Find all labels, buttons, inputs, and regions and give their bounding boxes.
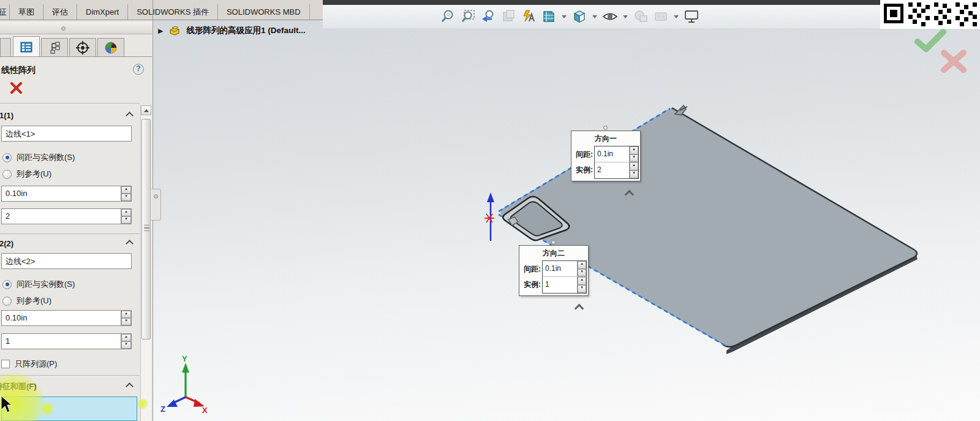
direction2-edge-field[interactable]: 边线<2>: [1, 253, 132, 269]
view-settings-icon[interactable]: [684, 9, 699, 25]
callout2-spacing-value[interactable]: 0.1in: [543, 261, 577, 276]
radio-off-icon[interactable]: [2, 170, 12, 179]
pm-cancel-icon[interactable]: [10, 82, 23, 96]
view-orientation-dropdown-icon[interactable]: [592, 15, 597, 18]
propertymanager-title: 线性阵列: [1, 65, 36, 76]
direction1-spacing-spinner[interactable]: ▲▼: [121, 186, 131, 201]
callout1-spacing-spinner[interactable]: ▲▼: [629, 146, 638, 162]
drawing-section-icon[interactable]: [541, 9, 557, 25]
callout2-spacing-label: 间距:: [524, 264, 541, 275]
scene-dropdown-icon[interactable]: [674, 15, 679, 18]
feature-tree-root[interactable]: ▶ 线形阵列的高级应用1 (Default...: [158, 25, 306, 37]
callout1-instances-label: 实例:: [576, 165, 593, 175]
section-direction2-header[interactable]: 方向2(2): [0, 238, 140, 249]
callout-direction2[interactable]: 方向二 间距: 实例: 0.1in ▲▼ 1 ▲▼: [519, 245, 589, 296]
radio-on-icon[interactable]: [2, 153, 12, 162]
tab-solidworks-addins[interactable]: SOLIDWORKS 插件: [128, 4, 218, 20]
propertymanager-icon: [20, 41, 33, 53]
direction1-instances-spinner[interactable]: ▲▼: [121, 209, 131, 224]
tab-evaluate[interactable]: 评估: [43, 4, 77, 20]
graphics-viewport[interactable]: [153, 20, 980, 421]
zoom-to-fit-icon[interactable]: [440, 9, 456, 25]
qr-watermark: [880, 0, 980, 29]
direction1-spacing-radio[interactable]: 间距与实例数(S): [2, 152, 75, 163]
scrollbar-up-icon[interactable]: [141, 105, 151, 115]
panel-top-strip: [0, 22, 152, 34]
checkbox-icon[interactable]: [1, 360, 10, 368]
callout1-instances-spinner[interactable]: ▲▼: [629, 162, 638, 178]
callout1-title: 方向一: [571, 131, 640, 146]
direction2-spacing-input[interactable]: 0.10in ▲▼: [1, 310, 132, 326]
callout2-spacing-spinner[interactable]: ▲▼: [577, 261, 586, 276]
callout1-spacing-value[interactable]: 0.1in: [595, 146, 629, 162]
display-style-dropdown-icon[interactable]: [623, 15, 628, 18]
mouse-cursor-icon: [0, 395, 12, 414]
callout2-title: 方向二: [519, 246, 588, 260]
direction2-instances-input[interactable]: 1 ▲▼: [1, 333, 132, 349]
property-manager-panel: 线性阵列 ? 方向1(1) 边线<1> 间距与实例数(S) 到参考(U) 0.1…: [0, 21, 153, 421]
previous-view-icon[interactable]: [480, 9, 496, 25]
panel-tabs: [0, 36, 152, 57]
zoom-to-area-icon[interactable]: [460, 9, 476, 25]
direction2-spacing-radio[interactable]: 间距与实例数(S): [2, 279, 75, 290]
direction2-reference-radio[interactable]: 到参考(U): [2, 295, 51, 306]
tab-features[interactable]: 特征: [0, 4, 10, 20]
tab-featuremanager-partial[interactable]: [0, 38, 11, 57]
part-icon: [168, 25, 181, 37]
confirm-cancel-icon[interactable]: [938, 48, 970, 77]
section-view-disabled-icon: [500, 9, 516, 25]
pattern-seed-only-checkbox[interactable]: 只阵列源(P): [1, 358, 57, 370]
callout1-spacing-label: 间距:: [576, 150, 593, 160]
panel-handle-icon[interactable]: [61, 26, 66, 31]
tab-propertymanager[interactable]: [13, 36, 40, 57]
callout-knob-icon[interactable]: [551, 240, 556, 245]
panel-scrollbar[interactable]: [140, 105, 151, 421]
tab-solidworks-mbd[interactable]: SOLIDWORKS MBD: [218, 4, 310, 20]
commandmanager-tabbar: 特征 草图 评估 DimXpert SOLIDWORKS 插件 SOLIDWOR…: [0, 0, 323, 20]
appearances-disabled-icon: [633, 9, 649, 25]
radio-off-icon[interactable]: [2, 297, 12, 306]
direction1-reference-radio[interactable]: 到参考(U): [2, 169, 51, 180]
direction1-instances-input[interactable]: 2 ▲▼: [1, 208, 132, 224]
apply-scene-icon[interactable]: [521, 9, 537, 25]
direction2-spacing-spinner[interactable]: ▲▼: [121, 311, 131, 325]
callout-direction1[interactable]: 方向一 间距: 实例: 0.1in ▲▼ 2 ▲▼: [571, 131, 641, 181]
callout-knob-icon[interactable]: [603, 126, 608, 130]
direction2-instances-spinner[interactable]: ▲▼: [121, 334, 131, 349]
section-direction1-header[interactable]: 方向1(1): [0, 110, 140, 121]
panel-splitter-handle[interactable]: [151, 189, 161, 221]
tab-dimxpertmanager[interactable]: [69, 38, 96, 57]
callout2-instances-label: 实例:: [524, 279, 541, 290]
drawing-section-dropdown-icon[interactable]: [562, 15, 567, 18]
pointer-highlight-dot: [40, 402, 54, 415]
pointer-highlight-dot: [137, 398, 148, 409]
callout2-instances-spinner[interactable]: ▲▼: [577, 277, 586, 293]
tab-configurationmanager[interactable]: [41, 38, 68, 57]
display-style-icon[interactable]: [602, 9, 618, 25]
dimxpertmanager-icon: [76, 41, 89, 55]
view-orientation-icon[interactable]: [571, 9, 587, 25]
scene-disabled-icon: [653, 9, 669, 25]
direction1-spacing-input[interactable]: 0.10in ▲▼: [1, 186, 132, 202]
configurationmanager-icon: [48, 42, 61, 54]
help-icon[interactable]: ?: [133, 64, 144, 75]
direction1-edge-field[interactable]: 边线<1>: [1, 126, 132, 142]
tab-dimxpert[interactable]: DimXpert: [77, 4, 128, 20]
displaymanager-icon: [104, 41, 118, 55]
callout2-instances-value[interactable]: 1: [543, 277, 577, 293]
tab-sketch[interactable]: 草图: [10, 4, 43, 20]
solidworks-window: Y Z X ▶ 线形阵列的高级应用1 (Default... 方向一 间距: 实…: [0, 0, 980, 421]
scrollbar-thumb[interactable]: [141, 119, 151, 339]
radio-on-icon[interactable]: [2, 280, 12, 289]
tree-expand-icon[interactable]: ▶: [158, 27, 163, 35]
callout1-instances-value[interactable]: 2: [595, 162, 629, 178]
tab-displaymanager[interactable]: [97, 38, 124, 57]
document-name[interactable]: 线形阵列的高级应用1 (Default...: [186, 25, 305, 36]
